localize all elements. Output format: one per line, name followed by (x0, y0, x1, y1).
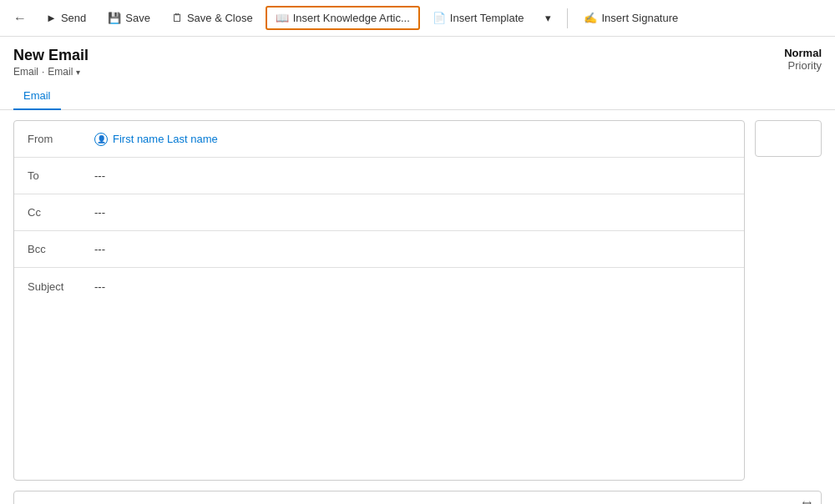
subject-value: --- (94, 280, 105, 293)
insert-knowledge-button[interactable]: 📖 Insert Knowledge Artic... (266, 6, 420, 30)
insert-template-label: Insert Template (450, 12, 524, 24)
main-toolbar: ← ► Send 💾 Save 🗒 Save & Close 📖 Insert … (0, 0, 835, 37)
send-icon: ► (46, 12, 57, 24)
from-label: From (28, 133, 94, 145)
main-content: From 👤 First name Last name To --- Cc --… (0, 110, 835, 491)
bcc-field[interactable]: Bcc --- (14, 231, 744, 268)
person-icon: 👤 (94, 133, 108, 146)
to-field[interactable]: To --- (14, 158, 744, 194)
page-subtitle: Email · Email ▾ (13, 66, 89, 78)
expand-icon[interactable]: ⤢ (799, 495, 816, 504)
editor-section: ⤢ 🖌 Font Size B I U A ▾ A ▾ (13, 491, 822, 504)
page-title: New Email (13, 47, 89, 64)
save-close-button[interactable]: 🗒 Save & Close (163, 7, 262, 29)
dropdown-icon: ▾ (545, 12, 551, 24)
from-field: From 👤 First name Last name (14, 121, 744, 158)
send-button[interactable]: ► Send (37, 7, 95, 29)
toolbar-divider (567, 8, 568, 28)
send-label: Send (61, 12, 86, 24)
to-value: --- (94, 169, 105, 182)
insert-signature-label: Insert Signature (601, 12, 678, 24)
tab-email[interactable]: Email (13, 83, 61, 110)
cc-label: Cc (28, 206, 94, 219)
editor-header: ⤢ (14, 491, 821, 504)
to-label: To (28, 169, 94, 182)
save-close-icon: 🗒 (172, 12, 183, 24)
insert-template-button[interactable]: 📄 Insert Template (423, 7, 534, 29)
save-close-label: Save & Close (187, 12, 253, 24)
back-icon: ← (13, 11, 27, 26)
email-form: From 👤 First name Last name To --- Cc --… (13, 120, 745, 481)
save-button[interactable]: 💾 Save (99, 7, 159, 29)
bcc-label: Bcc (28, 243, 94, 255)
tab-bar: Email (0, 83, 835, 110)
side-panel (755, 120, 822, 157)
save-icon: 💾 (108, 12, 121, 24)
bcc-value: --- (94, 243, 105, 255)
insert-signature-icon: ✍ (584, 12, 597, 24)
insert-knowledge-icon: 📖 (276, 12, 289, 24)
page-header: New Email Email · Email ▾ Normal Priorit… (0, 37, 835, 83)
tab-email-label: Email (23, 89, 51, 102)
subject-field[interactable]: Subject --- (14, 268, 744, 305)
subtitle-right[interactable]: Email (48, 66, 73, 78)
dropdown-button[interactable]: ▾ (536, 7, 560, 29)
subtitle-dropdown-icon[interactable]: ▾ (76, 68, 80, 77)
insert-signature-button[interactable]: ✍ Insert Signature (574, 7, 687, 29)
back-button[interactable]: ← (7, 5, 33, 32)
priority-sublabel: Priority (784, 59, 822, 72)
insert-template-icon: 📄 (433, 12, 446, 24)
save-label: Save (125, 12, 150, 24)
insert-knowledge-label: Insert Knowledge Artic... (293, 12, 410, 24)
subtitle-left: Email (13, 66, 38, 78)
page-title-area: New Email Email · Email ▾ (13, 47, 89, 78)
cc-value: --- (94, 206, 105, 219)
priority-value: Normal (784, 47, 822, 59)
from-name: First name Last name (113, 133, 218, 145)
subtitle-dot: · (42, 66, 44, 78)
priority-area: Normal Priority (784, 47, 822, 72)
cc-field[interactable]: Cc --- (14, 194, 744, 231)
from-value[interactable]: 👤 First name Last name (94, 133, 218, 146)
subject-label: Subject (28, 280, 94, 293)
